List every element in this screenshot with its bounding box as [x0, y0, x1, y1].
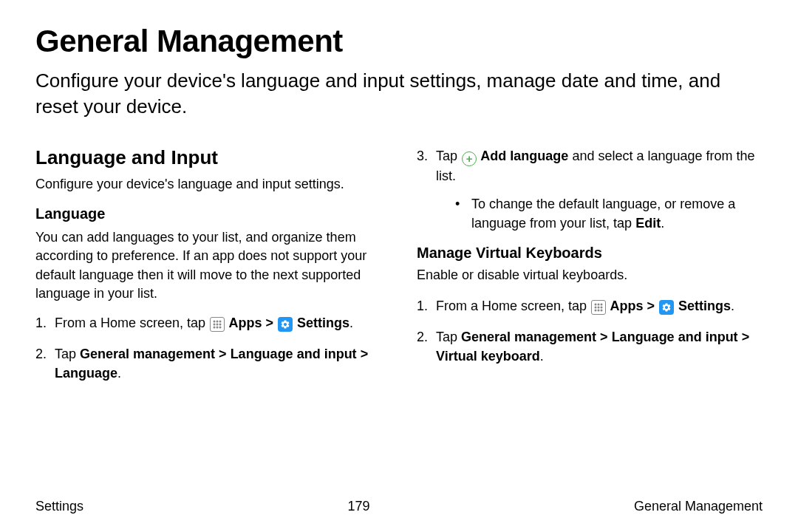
separator: >	[215, 347, 231, 361]
step-item: From a Home screen, tap Apps > Settings.	[35, 313, 381, 332]
bold-text: Add language	[477, 149, 568, 163]
step-text: Tap	[436, 149, 461, 163]
bold-text: Language and input	[231, 347, 357, 361]
bullet-item: To change the default language, or remov…	[455, 194, 763, 233]
section-desc: Configure your device's language and inp…	[35, 177, 381, 192]
footer-right: General Management	[634, 499, 763, 514]
svg-point-11	[601, 303, 603, 305]
svg-point-16	[598, 309, 600, 311]
plus-icon: +	[462, 151, 477, 166]
separator: >	[738, 330, 750, 344]
bold-text: Edit	[635, 216, 661, 231]
apps-label: Apps	[607, 299, 643, 313]
svg-point-6	[214, 326, 216, 328]
step-item: Tap + Add language and select a language…	[417, 146, 763, 233]
svg-point-2	[219, 320, 222, 322]
subsection-heading-keyboards: Manage Virtual Keyboards	[417, 245, 763, 262]
step-item: Tap General management > Language and in…	[417, 327, 763, 366]
section-desc: Enable or disable virtual keyboards.	[417, 267, 763, 283]
bold-text: General management	[80, 347, 215, 361]
step-text: .	[540, 349, 544, 364]
step-text: .	[349, 316, 353, 330]
svg-point-1	[216, 320, 219, 322]
step-text: .	[731, 299, 734, 313]
bold-text: Language and input	[612, 330, 738, 344]
svg-point-4	[216, 323, 219, 325]
separator: >	[357, 347, 369, 361]
separator: >	[643, 299, 658, 313]
settings-label: Settings	[293, 316, 349, 330]
svg-point-0	[214, 320, 216, 322]
footer-page-number: 179	[347, 499, 369, 514]
svg-point-17	[601, 309, 603, 311]
svg-point-7	[216, 326, 219, 328]
settings-label: Settings	[675, 299, 731, 313]
right-column: Tap + Add language and select a language…	[417, 146, 763, 395]
bullet-text: .	[661, 216, 664, 231]
body-text: You can add languages to your list, and …	[35, 228, 381, 303]
left-column: Language and Input Configure your device…	[35, 146, 381, 395]
svg-point-9	[595, 303, 597, 305]
step-item: Tap General management > Language and in…	[35, 344, 381, 383]
svg-point-15	[595, 309, 597, 311]
steps-list-continued: Tap + Add language and select a language…	[417, 146, 763, 233]
bold-text: Language	[55, 366, 117, 381]
svg-point-13	[598, 306, 600, 308]
step-text: Tap	[55, 347, 80, 361]
page-subtitle: Configure your device's language and inp…	[35, 68, 763, 120]
bullet-text: To change the default language, or remov…	[471, 197, 735, 231]
section-heading-language-input: Language and Input	[35, 146, 381, 169]
bullet-list: To change the default language, or remov…	[436, 194, 763, 233]
page-footer: Settings 179 General Management	[35, 499, 763, 514]
svg-point-5	[219, 323, 222, 325]
bold-text: General management	[461, 330, 596, 344]
svg-point-3	[214, 323, 216, 325]
apps-icon	[591, 300, 606, 315]
bold-text: Virtual keyboard	[436, 349, 540, 364]
apps-label: Apps	[225, 316, 262, 330]
page-title: General Management	[35, 24, 763, 59]
step-text: .	[117, 366, 121, 381]
separator: >	[262, 316, 277, 330]
footer-left: Settings	[35, 499, 83, 514]
settings-icon	[278, 317, 293, 332]
svg-point-12	[595, 306, 597, 308]
separator: >	[596, 330, 612, 344]
steps-list-language: From a Home screen, tap Apps > Settings.…	[35, 313, 381, 383]
content-columns: Language and Input Configure your device…	[35, 146, 763, 395]
svg-point-8	[219, 326, 222, 328]
svg-point-10	[598, 303, 600, 305]
apps-icon	[210, 317, 225, 332]
step-item: From a Home screen, tap Apps > Settings.	[417, 296, 763, 316]
step-text: From a Home screen, tap	[436, 299, 590, 313]
step-text: Tap	[436, 330, 461, 344]
steps-list-keyboards: From a Home screen, tap Apps > Settings.…	[417, 296, 763, 366]
svg-point-14	[601, 306, 603, 308]
settings-icon	[659, 300, 674, 315]
subsection-heading-language: Language	[35, 205, 381, 222]
step-text: From a Home screen, tap	[55, 316, 209, 330]
